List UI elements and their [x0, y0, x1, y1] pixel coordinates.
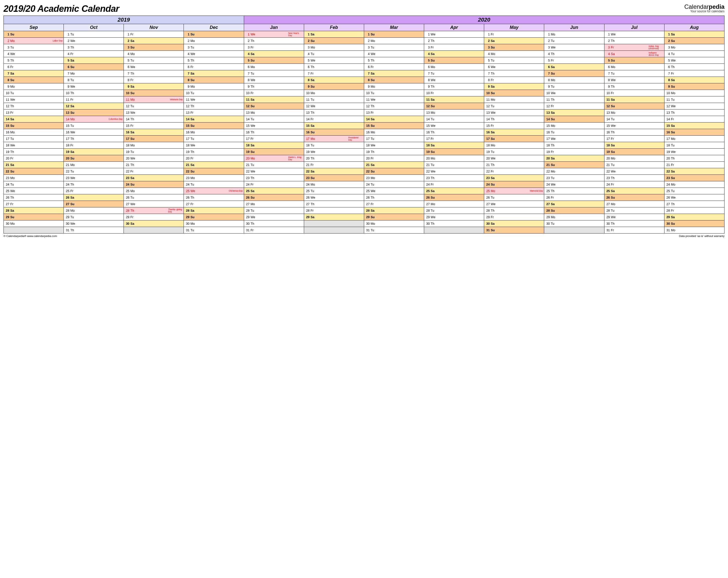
day-cell: 15Su [4, 123, 64, 129]
day-number: 31 [185, 229, 189, 232]
day-number: 28 [305, 209, 310, 212]
day-cell: 4Mo [124, 51, 184, 57]
day-number: 6 [485, 65, 490, 69]
day-cell: 24Fr [244, 181, 304, 188]
day-weekday: We [311, 196, 315, 199]
day-cell: 9Th [604, 83, 664, 90]
day-weekday: Fr [491, 124, 494, 128]
day-number: 4 [666, 52, 670, 56]
day-cell: 10Su [484, 90, 544, 97]
day-number: 15 [125, 124, 129, 128]
day-weekday: Su [130, 91, 134, 95]
day-cell: 8Tu [64, 77, 124, 83]
day-number: 25 [425, 189, 430, 193]
day-weekday: Fr [190, 202, 193, 206]
day-weekday: Su [311, 176, 315, 180]
day-weekday: Fr [70, 52, 73, 56]
day-number: 25 [485, 189, 490, 193]
month-header: Jan [244, 24, 304, 31]
day-number: 8 [245, 78, 250, 82]
day-number: 13 [605, 111, 610, 114]
day-cell: 1Fr [124, 31, 184, 38]
day-number: 20 [185, 157, 189, 160]
day-cell: 16We [64, 129, 124, 136]
day-weekday: Tu [190, 183, 194, 186]
day-cell: 24Tu [184, 181, 244, 188]
day-cell: 30Mo [184, 220, 244, 227]
day-number: 30 [245, 222, 250, 226]
day-number: 9 [125, 85, 129, 88]
day-number: 7 [5, 72, 9, 75]
day-cell: 27Mo [244, 201, 304, 207]
day-number: 14 [65, 117, 69, 121]
day-number: 6 [5, 65, 9, 69]
day-cell: 1WeNew Year's Day [244, 31, 304, 38]
day-cell: 28Tu [604, 207, 664, 214]
day-weekday: Tu [431, 163, 434, 167]
day-number: 11 [365, 98, 370, 101]
holiday-label: Martin L. King Day [288, 156, 303, 160]
day-cell: 23Sa [484, 175, 544, 181]
day-cell: 1Sa [304, 31, 364, 38]
day-weekday: Fr [70, 98, 73, 101]
day-cell: 12Su [244, 103, 304, 109]
day-cell: 31Mo [664, 227, 724, 234]
day-number: 25 [65, 189, 69, 193]
day-number: 19 [245, 150, 250, 154]
day-cell: 7Tu [424, 70, 484, 77]
day-cell: 4We [184, 51, 244, 57]
day-weekday: Sa [251, 98, 254, 101]
day-weekday: Su [130, 137, 134, 140]
day-weekday: Tu [491, 196, 494, 199]
holiday-label: Presidents' Day [348, 137, 363, 140]
day-number: 17 [365, 137, 370, 140]
day-weekday: Su [491, 229, 495, 232]
day-weekday: Fr [251, 183, 254, 186]
day-cell: 28Sa [184, 207, 244, 214]
day-cell: 11Sa [244, 97, 304, 103]
day-number: 6 [365, 65, 370, 69]
day-number: 15 [666, 124, 670, 128]
day-weekday: Su [551, 72, 555, 75]
day-number: 5 [485, 59, 490, 62]
day-cell: 28Tu [424, 207, 484, 214]
day-cell: 17Tu [184, 136, 244, 142]
day-cell: 27Su [64, 201, 124, 207]
month-header: Feb [304, 24, 364, 31]
day-cell: 18Fr [64, 142, 124, 149]
day-weekday: Mo [190, 176, 194, 180]
day-weekday: Tu [130, 150, 134, 154]
day-number: 2 [305, 39, 310, 43]
day-cell [424, 227, 484, 234]
day-cell: 26We [304, 194, 364, 201]
day-cell: 23Th [424, 175, 484, 181]
day-cell: 19Sa [64, 149, 124, 155]
day-weekday: We [251, 33, 255, 36]
day-cell: 27Fr [364, 201, 424, 207]
day-weekday: Mo [190, 222, 194, 226]
day-number: 24 [65, 183, 69, 186]
day-weekday: Th [190, 196, 194, 199]
day-weekday: Th [671, 157, 675, 160]
day-weekday: We [251, 124, 255, 128]
day-weekday: Fr [551, 104, 554, 108]
day-weekday: Su [10, 170, 14, 173]
day-cell: 2We [64, 38, 124, 44]
day-cell: 23We [64, 175, 124, 181]
day-cell: 30Sa [484, 220, 544, 227]
day-number: 24 [365, 183, 370, 186]
day-number: 11 [305, 98, 310, 101]
day-number: 6 [65, 65, 69, 69]
day-weekday: Fr [431, 137, 434, 140]
day-number: 13 [365, 111, 370, 114]
day-weekday: Su [671, 222, 675, 226]
day-number: 18 [666, 143, 670, 147]
day-weekday: Tu [551, 39, 554, 43]
day-weekday: Fr [371, 202, 374, 206]
day-cell: 28Su [544, 207, 604, 214]
day-weekday: Sa [551, 111, 554, 114]
day-weekday: Mo [611, 65, 615, 69]
day-cell: 23Su [664, 175, 724, 181]
day-cell: 1Sa [664, 31, 724, 38]
day-weekday: Sa [671, 124, 675, 128]
